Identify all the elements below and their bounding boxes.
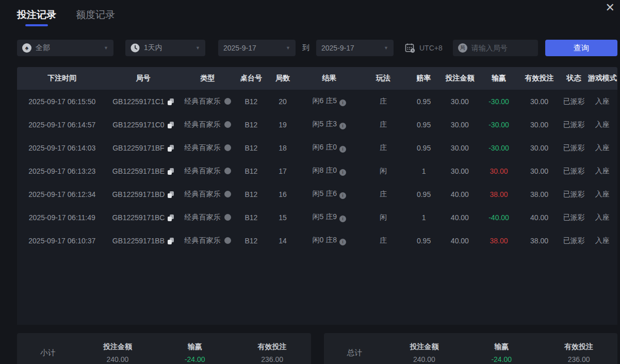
cell-game-mode: 入座 <box>588 113 617 136</box>
copy-icon[interactable] <box>168 122 174 128</box>
summary-bar: 小计 投注金额 240.00 输赢 -24.00 有效投注 236.00 总计 … <box>17 333 617 364</box>
subtotal-bet-amount: 投注金额 240.00 <box>79 342 156 363</box>
cell-result: 闲5 庄6i <box>299 183 359 206</box>
cell-valid-bet: 40.00 <box>518 206 560 229</box>
video-dot-icon <box>224 214 231 221</box>
info-icon[interactable]: i <box>339 192 346 199</box>
table-row: 2025-09-17 06:14:03GB12259171BF经典百家乐B121… <box>17 136 617 159</box>
cell-round-no: 18 <box>266 136 299 159</box>
cell-valid-bet: 38.00 <box>518 229 560 252</box>
cell-result: 闲5 庄3i <box>299 113 359 136</box>
date-to-label: 到 <box>302 43 309 53</box>
column-header: 赔率 <box>407 67 440 90</box>
copy-icon[interactable] <box>168 168 174 175</box>
cell-result: 闲8 庄0i <box>299 159 359 183</box>
column-header: 有效投注 <box>518 67 560 90</box>
table-row: 2025-09-17 06:12:34GB12259171BD经典百家乐B121… <box>17 183 617 206</box>
round-number-input[interactable] <box>471 44 533 52</box>
cell-game-type: 经典百家乐 <box>179 229 236 252</box>
time-range-value: 1天内 <box>144 43 162 53</box>
cell-win-loss: -40.00 <box>479 206 518 229</box>
bet-records-table: 下注时间局号类型桌台号局数结果玩法赔率投注金额输赢有效投注状态游戏模式 2025… <box>17 67 617 325</box>
cell-game-mode: 入座 <box>588 183 617 206</box>
cell-valid-bet: 30.00 <box>518 113 560 136</box>
subtotal-win-loss: 输赢 -24.00 <box>156 342 234 363</box>
cell-play: 庄 <box>359 136 407 159</box>
cell-win-loss: 38.00 <box>479 183 518 206</box>
cell-odds: 1 <box>407 206 440 229</box>
cell-valid-bet: 30.00 <box>518 90 560 113</box>
cell-bet-time: 2025-09-17 06:11:49 <box>17 206 107 229</box>
video-dot-icon <box>224 144 231 151</box>
cell-valid-bet: 30.00 <box>518 159 560 183</box>
column-header: 下注时间 <box>17 67 107 90</box>
video-dot-icon <box>224 191 231 197</box>
cell-play: 庄 <box>359 90 407 113</box>
cell-bet-amount: 30.00 <box>440 113 480 136</box>
cell-game-type: 经典百家乐 <box>179 159 236 183</box>
cell-table-no: B12 <box>236 229 266 252</box>
clock-icon <box>130 43 140 53</box>
column-header: 桌台号 <box>236 67 266 90</box>
timezone-label: UTC+8 <box>419 44 443 52</box>
copy-icon[interactable] <box>168 145 174 152</box>
info-icon[interactable]: i <box>339 239 346 245</box>
tab-quota-records[interactable]: 额度记录 <box>76 8 115 29</box>
total-win-loss: 输赢 -24.00 <box>463 342 540 363</box>
info-icon[interactable]: i <box>339 216 346 222</box>
column-header: 状态 <box>560 67 587 90</box>
date-to-dropdown[interactable]: 2025-9-17 ▼ <box>316 40 394 56</box>
cell-play: 庄 <box>359 113 407 136</box>
chevron-down-icon: ▼ <box>104 45 108 51</box>
column-header: 输赢 <box>479 67 518 90</box>
copy-icon[interactable] <box>168 214 174 221</box>
copy-icon[interactable] <box>168 98 174 105</box>
close-icon[interactable]: ✕ <box>606 2 615 13</box>
game-type-dropdown[interactable]: ♠ 全部 ▼ <box>17 40 113 56</box>
cell-win-loss: -30.00 <box>479 90 518 113</box>
calendar-clock-icon <box>405 43 415 53</box>
info-icon[interactable]: i <box>339 100 346 106</box>
cell-round-id: GB12259171BE <box>107 159 180 183</box>
table-row: 2025-09-17 06:10:37GB12259171BB经典百家乐B121… <box>17 229 617 252</box>
subtotal-label: 小计 <box>17 348 79 358</box>
cell-bet-amount: 40.00 <box>440 206 480 229</box>
cell-odds: 0.95 <box>407 90 440 113</box>
column-header: 游戏模式 <box>588 67 617 90</box>
cell-round-no: 19 <box>266 113 299 136</box>
cell-bet-time: 2025-09-17 06:13:23 <box>17 159 107 183</box>
cell-table-no: B12 <box>236 183 266 206</box>
tab-bet-records[interactable]: 投注记录 <box>17 8 56 29</box>
tab-bar: 投注记录 额度记录 <box>0 0 620 29</box>
column-header: 玩法 <box>359 67 407 90</box>
info-icon[interactable]: i <box>339 123 346 129</box>
cell-round-id: GB12259171BF <box>107 136 180 159</box>
cell-win-loss: 30.00 <box>479 159 518 183</box>
column-header: 局数 <box>266 67 299 90</box>
cell-bet-time: 2025-09-17 06:15:50 <box>17 90 107 113</box>
cell-result: 闲5 庄9i <box>299 206 359 229</box>
filter-bar: ♠ 全部 ▼ 1天内 ▼ 2025-9-17 ▼ 到 2025-9-17 ▼ U… <box>17 40 617 56</box>
cell-round-id: GB12259171BD <box>107 183 180 206</box>
copy-icon[interactable] <box>168 191 174 198</box>
cell-game-type: 经典百家乐 <box>179 90 236 113</box>
info-icon[interactable]: i <box>339 146 346 153</box>
subtotal-valid-bet: 有效投注 236.00 <box>234 342 311 363</box>
cell-table-no: B12 <box>236 90 266 113</box>
total-valid-bet: 有效投注 236.00 <box>540 342 617 363</box>
cell-game-type: 经典百家乐 <box>179 136 236 159</box>
cell-round-id: GB12259171C0 <box>107 113 180 136</box>
date-from-dropdown[interactable]: 2025-9-17 ▼ <box>218 40 296 56</box>
video-dot-icon <box>224 121 231 128</box>
video-dot-icon <box>224 168 231 174</box>
copy-icon[interactable] <box>168 238 174 244</box>
time-range-dropdown[interactable]: 1天内 ▼ <box>125 40 205 56</box>
video-dot-icon <box>224 98 231 105</box>
cell-bet-amount: 40.00 <box>440 229 480 252</box>
query-button[interactable]: 查询 <box>545 40 617 56</box>
info-icon[interactable]: i <box>339 169 346 176</box>
video-dot-icon <box>224 237 231 244</box>
cell-result: 闲6 庄5i <box>299 90 359 113</box>
cell-valid-bet: 30.00 <box>518 136 560 159</box>
cell-game-type: 经典百家乐 <box>179 183 236 206</box>
